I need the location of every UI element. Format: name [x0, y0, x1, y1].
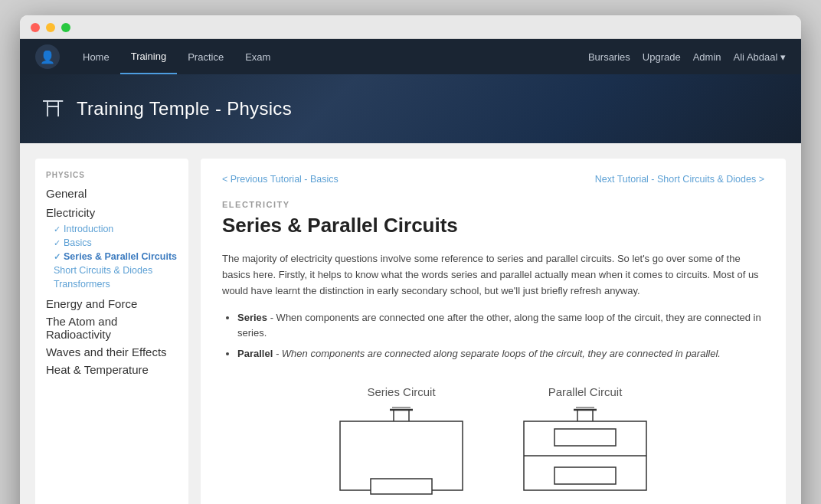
sidebar-item-atom[interactable]: The Atom and Radioactivity [46, 315, 178, 341]
series-definition: - When components are connected one afte… [237, 312, 761, 339]
sidebar-item-series-parallel[interactable]: ✓ Series & Parallel Circuits [54, 250, 178, 263]
sidebar-item-introduction[interactable]: ✓ Introduction [54, 222, 178, 236]
series-circuit-label: Series Circuit [367, 385, 435, 398]
nav-training[interactable]: Training [120, 39, 177, 74]
parallel-circuit-diagram [509, 406, 662, 504]
logo[interactable]: 👤 [35, 44, 60, 69]
nav-user-menu[interactable]: Ali Abdaal ▾ [734, 51, 786, 63]
parallel-definition: - When components are connected along se… [276, 348, 721, 359]
series-circuit-diagram [325, 406, 478, 504]
check-icon: ✓ [54, 224, 61, 234]
svg-rect-5 [371, 479, 432, 494]
check-icon: ✓ [54, 252, 61, 262]
top-navigation: 👤 Home Training Practice Exam Bursaries … [20, 39, 801, 74]
nav-exam[interactable]: Exam [234, 39, 281, 74]
hero-content: ⛩ Training Temple - Physics [43, 97, 292, 122]
hero-banner: ⛩ Training Temple - Physics [20, 74, 801, 143]
sidebar: PHYSICS General Electricity ✓ Introducti… [35, 159, 188, 504]
series-circuit-section: Series Circuit [325, 385, 478, 504]
next-tutorial-link[interactable]: Next Tutorial - Short Circuits & Diodes … [595, 174, 764, 185]
svg-rect-13 [554, 467, 616, 484]
nav-home[interactable]: Home [72, 39, 120, 74]
content-definitions-list: Series - When components are connected o… [237, 310, 764, 362]
sidebar-item-energy-force[interactable]: Energy and Force [46, 297, 178, 310]
nav-admin[interactable]: Admin [693, 51, 721, 63]
content-section-label: ELECTRICITY [222, 200, 764, 209]
main-content: PHYSICS General Electricity ✓ Introducti… [20, 143, 801, 504]
sidebar-section-label: PHYSICS [46, 171, 178, 179]
hero-icon: ⛩ [43, 97, 64, 122]
logo-icon: 👤 [40, 50, 55, 64]
sidebar-item-waves[interactable]: Waves and their Effects [46, 345, 178, 358]
check-icon: ✓ [54, 238, 61, 248]
minimize-button[interactable] [46, 23, 55, 32]
sidebar-item-short-circuits[interactable]: Short Circuits & Diodes [54, 263, 178, 277]
content-panel: < Previous Tutorial - Basics Next Tutori… [201, 159, 786, 504]
maximize-button[interactable] [61, 23, 70, 32]
prev-tutorial-link[interactable]: < Previous Tutorial - Basics [222, 174, 339, 185]
nav-upgrade[interactable]: Upgrade [643, 51, 681, 63]
nav-practice[interactable]: Practice [177, 39, 234, 74]
nav-right: Bursaries Upgrade Admin Ali Abdaal ▾ [588, 51, 786, 63]
parallel-circuit-section: Parallel Circuit [509, 385, 662, 504]
sidebar-item-general[interactable]: General [46, 187, 178, 200]
tutorial-navigation: < Previous Tutorial - Basics Next Tutori… [222, 174, 764, 185]
content-title: Series & Parallel Circuits [222, 214, 764, 237]
sidebar-item-heat[interactable]: Heat & Temperature [46, 363, 178, 376]
nav-bursaries[interactable]: Bursaries [588, 51, 630, 63]
series-term: Series [237, 312, 267, 323]
sidebar-item-electricity[interactable]: Electricity [46, 206, 178, 219]
circuit-diagrams: Series Circuit [222, 378, 764, 504]
series-circuit-svg [325, 406, 478, 504]
browser-window: 👤 Home Training Practice Exam Bursaries … [20, 15, 801, 504]
parallel-circuit-label: Parallel Circuit [548, 385, 623, 398]
parallel-circuit-svg [509, 406, 662, 504]
hero-title: Training Temple - Physics [77, 98, 292, 119]
browser-chrome [20, 15, 801, 39]
content-list-item-parallel: Parallel - When components are connected… [237, 346, 764, 362]
svg-rect-12 [554, 429, 616, 446]
sidebar-electricity-items: ✓ Introduction ✓ Basics ✓ Series & Paral… [54, 222, 178, 291]
content-list-item-series: Series - When components are connected o… [237, 310, 764, 342]
sidebar-item-basics[interactable]: ✓ Basics [54, 236, 178, 250]
content-intro: The majority of electricity questions in… [222, 251, 764, 299]
nav-links: Home Training Practice Exam [72, 39, 588, 74]
sidebar-item-transformers[interactable]: Transformers [54, 277, 178, 291]
parallel-term: Parallel [237, 348, 273, 359]
close-button[interactable] [31, 23, 40, 32]
